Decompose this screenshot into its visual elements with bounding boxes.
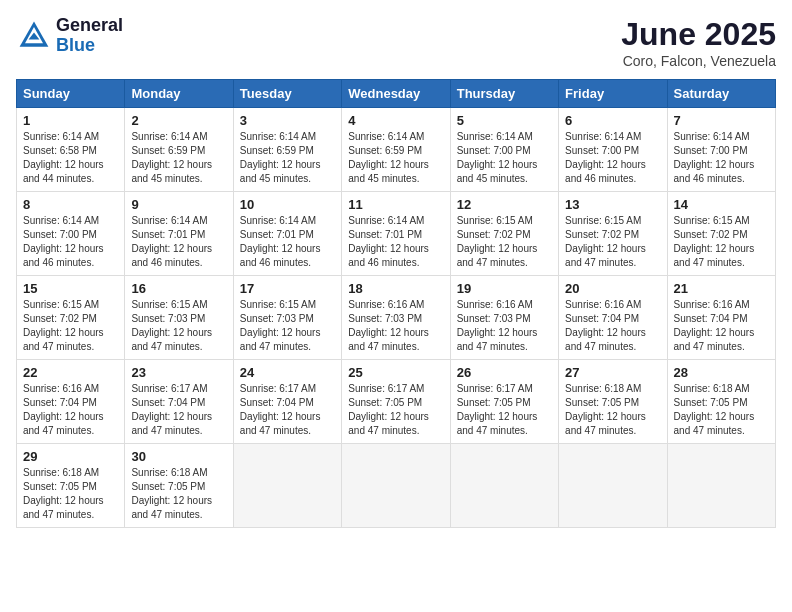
day-info: Sunrise: 6:14 AMSunset: 6:59 PMDaylight:… <box>131 130 226 186</box>
calendar-cell: 5Sunrise: 6:14 AMSunset: 7:00 PMDaylight… <box>450 108 558 192</box>
calendar-cell: 25Sunrise: 6:17 AMSunset: 7:05 PMDayligh… <box>342 360 450 444</box>
day-number: 26 <box>457 365 552 380</box>
day-number: 28 <box>674 365 769 380</box>
calendar-cell <box>559 444 667 528</box>
calendar-week-4: 22Sunrise: 6:16 AMSunset: 7:04 PMDayligh… <box>17 360 776 444</box>
day-number: 15 <box>23 281 118 296</box>
day-info: Sunrise: 6:14 AMSunset: 7:01 PMDaylight:… <box>348 214 443 270</box>
calendar-cell: 15Sunrise: 6:15 AMSunset: 7:02 PMDayligh… <box>17 276 125 360</box>
day-info: Sunrise: 6:14 AMSunset: 7:01 PMDaylight:… <box>131 214 226 270</box>
day-number: 13 <box>565 197 660 212</box>
day-number: 8 <box>23 197 118 212</box>
calendar-cell: 18Sunrise: 6:16 AMSunset: 7:03 PMDayligh… <box>342 276 450 360</box>
calendar-cell: 24Sunrise: 6:17 AMSunset: 7:04 PMDayligh… <box>233 360 341 444</box>
logo: General Blue <box>16 16 123 56</box>
calendar-cell: 1Sunrise: 6:14 AMSunset: 6:58 PMDaylight… <box>17 108 125 192</box>
day-info: Sunrise: 6:14 AMSunset: 7:00 PMDaylight:… <box>674 130 769 186</box>
day-info: Sunrise: 6:14 AMSunset: 7:00 PMDaylight:… <box>23 214 118 270</box>
day-info: Sunrise: 6:18 AMSunset: 7:05 PMDaylight:… <box>565 382 660 438</box>
day-info: Sunrise: 6:16 AMSunset: 7:04 PMDaylight:… <box>23 382 118 438</box>
calendar-cell: 20Sunrise: 6:16 AMSunset: 7:04 PMDayligh… <box>559 276 667 360</box>
day-number: 11 <box>348 197 443 212</box>
day-info: Sunrise: 6:15 AMSunset: 7:02 PMDaylight:… <box>23 298 118 354</box>
day-info: Sunrise: 6:15 AMSunset: 7:03 PMDaylight:… <box>240 298 335 354</box>
day-number: 21 <box>674 281 769 296</box>
day-info: Sunrise: 6:18 AMSunset: 7:05 PMDaylight:… <box>131 466 226 522</box>
day-number: 7 <box>674 113 769 128</box>
day-info: Sunrise: 6:18 AMSunset: 7:05 PMDaylight:… <box>674 382 769 438</box>
calendar-cell <box>667 444 775 528</box>
day-number: 6 <box>565 113 660 128</box>
calendar-cell: 28Sunrise: 6:18 AMSunset: 7:05 PMDayligh… <box>667 360 775 444</box>
calendar-header-friday: Friday <box>559 80 667 108</box>
day-number: 1 <box>23 113 118 128</box>
day-number: 22 <box>23 365 118 380</box>
calendar-cell: 16Sunrise: 6:15 AMSunset: 7:03 PMDayligh… <box>125 276 233 360</box>
calendar-cell: 3Sunrise: 6:14 AMSunset: 6:59 PMDaylight… <box>233 108 341 192</box>
calendar-cell <box>233 444 341 528</box>
calendar-cell: 21Sunrise: 6:16 AMSunset: 7:04 PMDayligh… <box>667 276 775 360</box>
calendar-header-saturday: Saturday <box>667 80 775 108</box>
page-header: General Blue June 2025 Coro, Falcon, Ven… <box>16 16 776 69</box>
calendar-week-3: 15Sunrise: 6:15 AMSunset: 7:02 PMDayligh… <box>17 276 776 360</box>
day-number: 2 <box>131 113 226 128</box>
calendar-cell: 13Sunrise: 6:15 AMSunset: 7:02 PMDayligh… <box>559 192 667 276</box>
day-info: Sunrise: 6:15 AMSunset: 7:02 PMDaylight:… <box>457 214 552 270</box>
day-info: Sunrise: 6:16 AMSunset: 7:04 PMDaylight:… <box>674 298 769 354</box>
calendar-header-monday: Monday <box>125 80 233 108</box>
day-number: 18 <box>348 281 443 296</box>
day-info: Sunrise: 6:14 AMSunset: 6:59 PMDaylight:… <box>240 130 335 186</box>
day-info: Sunrise: 6:15 AMSunset: 7:03 PMDaylight:… <box>131 298 226 354</box>
calendar-cell: 6Sunrise: 6:14 AMSunset: 7:00 PMDaylight… <box>559 108 667 192</box>
calendar-cell: 29Sunrise: 6:18 AMSunset: 7:05 PMDayligh… <box>17 444 125 528</box>
day-number: 9 <box>131 197 226 212</box>
day-number: 24 <box>240 365 335 380</box>
day-info: Sunrise: 6:18 AMSunset: 7:05 PMDaylight:… <box>23 466 118 522</box>
day-info: Sunrise: 6:17 AMSunset: 7:05 PMDaylight:… <box>348 382 443 438</box>
day-info: Sunrise: 6:17 AMSunset: 7:05 PMDaylight:… <box>457 382 552 438</box>
day-number: 30 <box>131 449 226 464</box>
day-info: Sunrise: 6:14 AMSunset: 7:00 PMDaylight:… <box>457 130 552 186</box>
day-number: 23 <box>131 365 226 380</box>
day-number: 16 <box>131 281 226 296</box>
day-number: 4 <box>348 113 443 128</box>
day-info: Sunrise: 6:16 AMSunset: 7:03 PMDaylight:… <box>457 298 552 354</box>
calendar-header-wednesday: Wednesday <box>342 80 450 108</box>
calendar-week-1: 1Sunrise: 6:14 AMSunset: 6:58 PMDaylight… <box>17 108 776 192</box>
day-number: 27 <box>565 365 660 380</box>
day-number: 12 <box>457 197 552 212</box>
day-number: 19 <box>457 281 552 296</box>
day-info: Sunrise: 6:17 AMSunset: 7:04 PMDaylight:… <box>240 382 335 438</box>
calendar-cell: 27Sunrise: 6:18 AMSunset: 7:05 PMDayligh… <box>559 360 667 444</box>
calendar-cell: 17Sunrise: 6:15 AMSunset: 7:03 PMDayligh… <box>233 276 341 360</box>
calendar-cell: 12Sunrise: 6:15 AMSunset: 7:02 PMDayligh… <box>450 192 558 276</box>
calendar-cell <box>342 444 450 528</box>
calendar-week-2: 8Sunrise: 6:14 AMSunset: 7:00 PMDaylight… <box>17 192 776 276</box>
day-number: 17 <box>240 281 335 296</box>
calendar-cell <box>450 444 558 528</box>
day-number: 5 <box>457 113 552 128</box>
calendar-cell: 8Sunrise: 6:14 AMSunset: 7:00 PMDaylight… <box>17 192 125 276</box>
day-number: 29 <box>23 449 118 464</box>
calendar-table: SundayMondayTuesdayWednesdayThursdayFrid… <box>16 79 776 528</box>
day-info: Sunrise: 6:15 AMSunset: 7:02 PMDaylight:… <box>674 214 769 270</box>
day-info: Sunrise: 6:16 AMSunset: 7:04 PMDaylight:… <box>565 298 660 354</box>
calendar-header-sunday: Sunday <box>17 80 125 108</box>
location-text: Coro, Falcon, Venezuela <box>621 53 776 69</box>
calendar-header-thursday: Thursday <box>450 80 558 108</box>
day-number: 3 <box>240 113 335 128</box>
day-info: Sunrise: 6:17 AMSunset: 7:04 PMDaylight:… <box>131 382 226 438</box>
calendar-cell: 23Sunrise: 6:17 AMSunset: 7:04 PMDayligh… <box>125 360 233 444</box>
day-number: 14 <box>674 197 769 212</box>
day-number: 10 <box>240 197 335 212</box>
calendar-header-row: SundayMondayTuesdayWednesdayThursdayFrid… <box>17 80 776 108</box>
calendar-cell: 14Sunrise: 6:15 AMSunset: 7:02 PMDayligh… <box>667 192 775 276</box>
calendar-cell: 9Sunrise: 6:14 AMSunset: 7:01 PMDaylight… <box>125 192 233 276</box>
calendar-cell: 2Sunrise: 6:14 AMSunset: 6:59 PMDaylight… <box>125 108 233 192</box>
day-info: Sunrise: 6:16 AMSunset: 7:03 PMDaylight:… <box>348 298 443 354</box>
day-info: Sunrise: 6:15 AMSunset: 7:02 PMDaylight:… <box>565 214 660 270</box>
calendar-cell: 19Sunrise: 6:16 AMSunset: 7:03 PMDayligh… <box>450 276 558 360</box>
day-number: 25 <box>348 365 443 380</box>
calendar-cell: 26Sunrise: 6:17 AMSunset: 7:05 PMDayligh… <box>450 360 558 444</box>
day-number: 20 <box>565 281 660 296</box>
